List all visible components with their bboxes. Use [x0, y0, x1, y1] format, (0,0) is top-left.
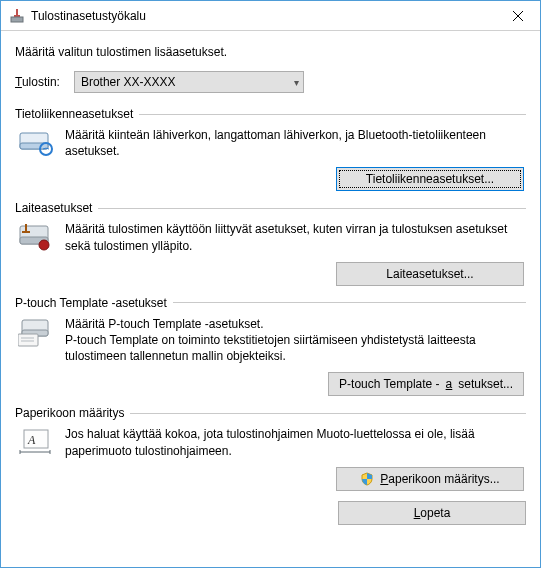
comm-icon: [17, 127, 55, 159]
close-icon: [513, 11, 523, 21]
svg-rect-10: [25, 224, 27, 231]
window-title: Tulostinasetustyökalu: [31, 9, 495, 23]
printer-label: Tulostin:: [15, 75, 60, 89]
chevron-down-icon: ▾: [294, 77, 299, 88]
group-device: Laiteasetukset Määritä tulostimen käyttö…: [15, 201, 526, 285]
group-comm-title: Tietoliikenneasetukset: [15, 107, 133, 121]
group-comm: Tietoliikenneasetukset Määritä kiinteän …: [15, 107, 526, 191]
content-area: Määritä valitun tulostimen lisäasetukset…: [1, 31, 540, 567]
printer-combo-value: Brother XX-XXXX: [81, 75, 176, 89]
page-heading: Määritä valitun tulostimen lisäasetukset…: [15, 45, 526, 59]
footer: Lopeta: [15, 501, 526, 525]
svg-rect-11: [22, 231, 30, 233]
group-ptouch-desc: Määritä P-touch Template -asetukset. P-t…: [65, 316, 526, 365]
close-button[interactable]: [495, 1, 540, 31]
device-icon: [17, 221, 55, 253]
group-ptouch: P-touch Template -asetukset Määritä P-to…: [15, 296, 526, 397]
printer-combo[interactable]: Brother XX-XXXX ▾: [74, 71, 304, 93]
divider: [139, 114, 526, 115]
group-device-title: Laiteasetukset: [15, 201, 92, 215]
svg-point-12: [39, 240, 49, 250]
ptouch-settings-button[interactable]: P-touch Template -asetukset...: [328, 372, 524, 396]
group-comm-desc: Määritä kiinteän lähiverkon, langattoman…: [65, 127, 526, 159]
app-icon: [9, 8, 25, 24]
device-settings-button[interactable]: Laiteasetukset...: [336, 262, 524, 286]
paper-size-button[interactable]: Paperikoon määritys...: [336, 467, 524, 491]
divider: [130, 413, 526, 414]
shield-icon: [360, 472, 374, 486]
group-paper-desc: Jos haluat käyttää kokoa, jota tulostino…: [65, 426, 526, 458]
group-paper-title: Paperikoon määritys: [15, 406, 124, 420]
paper-icon: A: [17, 426, 55, 458]
comm-settings-button[interactable]: Tietoliikenneasetukset...: [336, 167, 524, 191]
divider: [98, 208, 526, 209]
printer-row: Tulostin: Brother XX-XXXX ▾: [15, 71, 526, 93]
svg-text:A: A: [27, 433, 36, 447]
group-paper: Paperikoon määritys A Jos haluat käyttää…: [15, 406, 526, 490]
group-device-desc: Määritä tulostimen käyttöön liittyvät as…: [65, 221, 526, 253]
divider: [173, 302, 526, 303]
svg-rect-15: [18, 334, 38, 346]
window: Tulostinasetustyökalu Määritä valitun tu…: [0, 0, 541, 568]
group-ptouch-title: P-touch Template -asetukset: [15, 296, 167, 310]
ptouch-icon: [17, 316, 55, 365]
quit-button[interactable]: Lopeta: [338, 501, 526, 525]
svg-rect-2: [11, 17, 23, 22]
titlebar: Tulostinasetustyökalu: [1, 1, 540, 31]
svg-rect-0: [16, 9, 18, 15]
